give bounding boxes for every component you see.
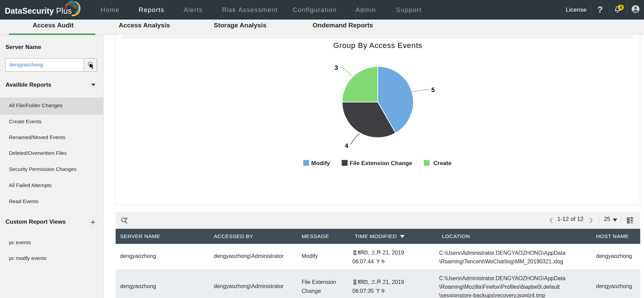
svg-text:File Extension Change: File Extension Change <box>350 160 412 166</box>
svg-text:3: 3 <box>335 64 338 71</box>
svg-text:Modify: Modify <box>311 160 330 166</box>
svg-text:4: 4 <box>620 5 622 10</box>
svg-text:5: 5 <box>431 87 435 94</box>
svg-text:Create: Create <box>433 160 452 166</box>
svg-text:4: 4 <box>345 142 348 149</box>
